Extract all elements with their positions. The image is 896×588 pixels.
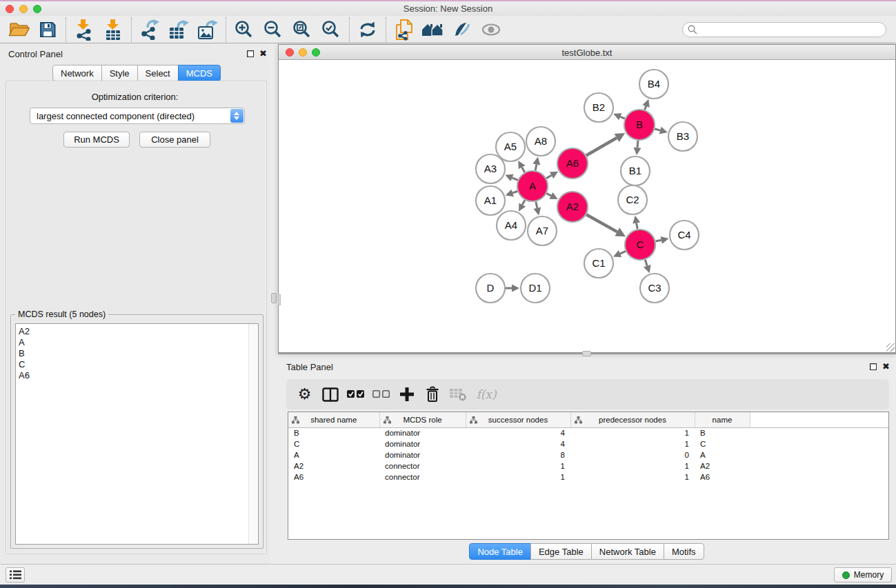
node-D1[interactable]: D1 [521, 274, 550, 303]
tab-style[interactable]: Style [101, 65, 138, 81]
tab-network-table[interactable]: Network Table [591, 543, 664, 560]
node-A4[interactable]: A4 [497, 211, 526, 240]
edge-C-C4[interactable] [655, 236, 668, 244]
edge-A-A3[interactable] [505, 174, 517, 181]
delete-column-icon[interactable] [419, 383, 445, 406]
tab-select[interactable]: Select [137, 65, 179, 81]
result-list-item[interactable]: A2 [16, 326, 258, 337]
add-column-icon[interactable] [394, 383, 419, 406]
table-row[interactable]: A2connector11A2 [288, 460, 888, 472]
table-row[interactable]: A6connector11A6 [288, 472, 888, 483]
column-header-predecessor-nodes[interactable]: predecessor nodes [570, 412, 695, 427]
control-panel-float-button[interactable] [247, 50, 254, 57]
column-header-successor-nodes[interactable]: successor nodes [466, 412, 570, 427]
save-session-icon[interactable] [33, 17, 62, 42]
edge-A-A6[interactable] [546, 172, 558, 179]
node-C1[interactable]: C1 [584, 249, 613, 278]
result-list-item[interactable]: A [16, 337, 258, 348]
edge-A-A5[interactable] [518, 161, 525, 172]
memory-button[interactable]: Memory [834, 567, 892, 582]
edge-A-A7[interactable] [533, 201, 541, 215]
table-row[interactable]: Cdominator41C [288, 438, 888, 449]
edge-A-A1[interactable] [506, 190, 518, 196]
edge-B-B2[interactable] [613, 113, 625, 120]
zoom-selected-icon[interactable] [317, 17, 346, 42]
node-C[interactable]: C [625, 230, 655, 260]
select-all-icon[interactable] [343, 383, 368, 406]
edge-B-B1[interactable] [634, 141, 641, 155]
node-B1[interactable]: B1 [621, 156, 650, 185]
edge-C-C2[interactable] [633, 216, 640, 230]
deselect-all-icon[interactable] [368, 383, 394, 406]
apply-layout-icon[interactable] [419, 17, 448, 42]
import-table-icon[interactable] [99, 17, 128, 42]
result-list-item[interactable]: A6 [16, 370, 258, 381]
zoom-in-icon[interactable] [230, 17, 259, 42]
node-A6[interactable]: A6 [557, 148, 588, 179]
node-A[interactable]: A [517, 171, 548, 201]
table-panel-close-button[interactable]: ✖ [882, 363, 890, 370]
node-D[interactable]: D [476, 274, 505, 303]
horizontal-splitter-handle[interactable] [582, 351, 591, 356]
node-B4[interactable]: B4 [639, 70, 668, 99]
show-hide-icon[interactable] [477, 17, 506, 42]
table-panel-float-button[interactable] [870, 363, 877, 370]
close-panel-button[interactable]: Close panel [139, 132, 210, 148]
criterion-dropdown[interactable]: largest connected component (directed) [30, 108, 245, 124]
run-mcds-button[interactable]: Run MCDS [63, 132, 130, 148]
vertical-splitter-handle[interactable] [271, 293, 277, 303]
edge-A-A8[interactable] [532, 157, 540, 171]
edge-B-B3[interactable] [655, 127, 668, 134]
annotation-icon[interactable] [448, 17, 477, 42]
edge-A-A2[interactable] [546, 192, 557, 199]
export-table-icon[interactable] [164, 17, 193, 42]
node-A3[interactable]: A3 [476, 154, 505, 183]
tab-network[interactable]: Network [52, 65, 102, 81]
table-row[interactable]: Adominator80A [288, 449, 888, 460]
new-network-from-selection-icon[interactable] [390, 17, 419, 42]
tab-mcds[interactable]: MCDS [178, 65, 221, 81]
result-list-item[interactable]: C [16, 359, 258, 370]
window-resize-grip[interactable] [886, 343, 895, 352]
node-A7[interactable]: A7 [528, 216, 557, 245]
edge-C-C1[interactable] [613, 250, 626, 257]
control-panel-close-button[interactable]: ✖ [259, 50, 267, 57]
refresh-layout-icon[interactable] [353, 17, 382, 42]
edge-C-C3[interactable] [644, 260, 650, 273]
zoom-out-icon[interactable] [259, 17, 288, 42]
tab-edge-table[interactable]: Edge Table [530, 543, 592, 560]
edge-A-A4[interactable] [519, 200, 526, 212]
node-C3[interactable]: C3 [640, 274, 669, 303]
node-A2[interactable]: A2 [557, 192, 588, 222]
node-B2[interactable]: B2 [584, 93, 613, 122]
edge-D-D1[interactable] [506, 285, 519, 292]
network-canvas[interactable]: A5A8A3AA1A4A7A6A2B2B4BB3B1C2C4CC1C3DD1 [279, 60, 895, 352]
export-image-icon[interactable] [193, 17, 222, 42]
tab-node-table[interactable]: Node Table [469, 543, 531, 560]
task-history-button[interactable] [6, 567, 25, 582]
tab-motifs[interactable]: Motifs [664, 543, 704, 560]
node-A8[interactable]: A8 [526, 127, 555, 156]
node-A1[interactable]: A1 [476, 186, 505, 215]
column-header-mcds-role[interactable]: MCDS role [379, 412, 466, 427]
edge-A6-B[interactable] [586, 133, 625, 156]
search-input[interactable] [682, 22, 886, 37]
columns-icon[interactable] [317, 383, 343, 406]
table-settings-icon[interactable]: ⚙ [292, 383, 317, 406]
node-A5[interactable]: A5 [496, 132, 525, 161]
column-header-shared-name[interactable]: shared name [288, 412, 379, 427]
edge-B-B4[interactable] [642, 99, 649, 110]
node-B[interactable]: B [624, 110, 655, 140]
result-list-item[interactable]: B [16, 348, 258, 359]
mcds-result-list[interactable]: A2ABCA6 [15, 323, 259, 545]
open-session-icon[interactable] [4, 17, 33, 42]
node-C2[interactable]: C2 [618, 185, 647, 214]
column-header-name[interactable]: name [695, 412, 750, 427]
table-row[interactable]: Bdominator41B [288, 427, 888, 438]
import-network-icon[interactable] [70, 17, 99, 42]
export-network-icon[interactable] [135, 17, 164, 42]
list-scrollbar[interactable] [248, 324, 258, 544]
node-B3[interactable]: B3 [668, 122, 697, 151]
zoom-fit-icon[interactable] [288, 17, 317, 42]
node-C4[interactable]: C4 [670, 221, 699, 250]
